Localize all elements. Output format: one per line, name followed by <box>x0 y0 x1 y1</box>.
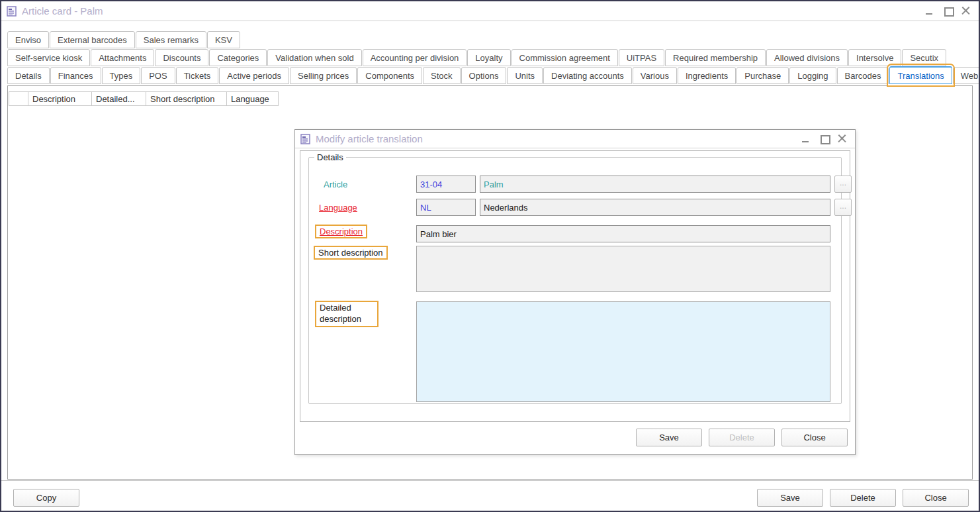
short-description-label-annotation: Short description <box>314 246 388 260</box>
detailed-description-textarea[interactable] <box>416 301 830 402</box>
tab-row-2: Self-service kioskAttachmentsDiscountsCa… <box>7 48 973 66</box>
tab-barcodes[interactable]: Barcodes <box>837 67 889 84</box>
window-title: Article card - Palm <box>22 5 103 17</box>
tab-stock[interactable]: Stock <box>423 67 461 84</box>
tab-accounting-per-division[interactable]: Accounting per division <box>363 49 467 66</box>
dialog-titlebar: Modify article translation <box>295 130 855 148</box>
tab-intersolve[interactable]: Intersolve <box>848 49 901 66</box>
column-header-description[interactable]: Description <box>28 91 92 106</box>
tab-deviating-accounts[interactable]: Deviating accounts <box>543 67 632 84</box>
main-window-controls <box>924 1 972 21</box>
article-label: Article <box>324 179 347 189</box>
translations-grid-header: DescriptionDetailed...Short descriptionL… <box>9 91 279 106</box>
footer-divider <box>1 480 979 481</box>
document-icon <box>7 6 17 17</box>
article-browse-button[interactable]: ... <box>834 176 852 193</box>
tab-tickets[interactable]: Tickets <box>176 67 219 84</box>
footer-button-save[interactable]: Save <box>757 489 823 507</box>
dialog-button-delete: Delete <box>709 429 775 446</box>
maximize-icon[interactable] <box>943 6 954 17</box>
tab-secutix[interactable]: Secutix <box>902 49 946 66</box>
maximize-icon[interactable] <box>819 134 830 144</box>
tab-enviso[interactable]: Enviso <box>7 31 49 48</box>
tab-web[interactable]: Web <box>953 67 980 84</box>
dialog-window-controls <box>801 130 848 148</box>
tab-external-barcodes[interactable]: External barcodes <box>50 31 135 48</box>
column-header-detailed[interactable]: Detailed... <box>92 91 146 106</box>
tab-purchase[interactable]: Purchase <box>736 67 789 84</box>
tab-uitpas[interactable]: UiTPAS <box>619 49 664 66</box>
description-label[interactable]: Description <box>315 225 367 238</box>
close-icon[interactable] <box>961 6 972 17</box>
dialog-button-save[interactable]: Save <box>636 429 702 446</box>
copy-button[interactable]: Copy <box>13 489 79 507</box>
tab-options[interactable]: Options <box>461 67 507 84</box>
tab-discounts[interactable]: Discounts <box>155 49 208 66</box>
tab-translations[interactable]: Translations <box>889 66 952 84</box>
tab-pos[interactable]: POS <box>141 67 175 84</box>
tab-allowed-divisions[interactable]: Allowed divisions <box>766 49 848 66</box>
minimize-icon[interactable] <box>924 6 935 17</box>
document-icon <box>300 134 311 144</box>
close-icon[interactable] <box>838 134 848 144</box>
language-code-field[interactable]: NL <box>416 199 476 216</box>
description-label-annotation: Description <box>315 225 367 238</box>
details-group-label: Details <box>314 152 346 162</box>
tab-units[interactable]: Units <box>507 67 543 84</box>
tab-ingredients[interactable]: Ingredients <box>678 67 736 84</box>
column-header-blank[interactable] <box>9 91 28 106</box>
tab-selling-prices[interactable]: Selling prices <box>290 67 357 84</box>
minimize-icon[interactable] <box>801 134 811 144</box>
dialog-button-bar: SaveDeleteClose <box>636 429 848 446</box>
dialog-content-panel: Details Article 31-04 Palm ... Language … <box>300 150 850 422</box>
detailed-description-label-annotation: Detailed description <box>315 301 379 327</box>
tab-types[interactable]: Types <box>102 67 141 84</box>
tab-components[interactable]: Components <box>357 67 422 84</box>
tab-finances[interactable]: Finances <box>50 67 101 84</box>
tab-details[interactable]: Details <box>7 67 50 84</box>
tab-loyalty[interactable]: Loyalty <box>467 49 510 66</box>
language-browse-button[interactable]: ... <box>834 199 852 216</box>
dialog-title: Modify article translation <box>316 133 423 144</box>
tab-categories[interactable]: Categories <box>209 49 267 66</box>
language-value-field[interactable]: Nederlands <box>480 199 830 216</box>
article-value-field[interactable]: Palm <box>480 176 830 193</box>
short-description-textarea[interactable] <box>416 246 830 292</box>
tab-logging[interactable]: Logging <box>789 67 836 84</box>
footer-button-delete[interactable]: Delete <box>830 489 896 507</box>
column-header-language[interactable]: Language <box>227 91 279 106</box>
tab-required-membership[interactable]: Required membership <box>665 49 766 66</box>
column-header-short-description[interactable]: Short description <box>146 91 227 106</box>
tab-commission-agreement[interactable]: Commission agreement <box>512 49 618 66</box>
tab-row-1: EnvisoExternal barcodesSales remarksKSV <box>7 30 973 48</box>
short-description-label: Short description <box>314 246 388 260</box>
detailed-description-label: Detailed description <box>315 301 379 327</box>
article-code-field[interactable]: 31-04 <box>416 176 476 193</box>
details-groupbox: Details Article 31-04 Palm ... Language … <box>308 157 842 404</box>
footer-button-bar: SaveDeleteClose <box>757 489 969 507</box>
tab-active-periods[interactable]: Active periods <box>219 67 289 84</box>
article-card-window: Article card - Palm EnvisoExternal barco… <box>0 0 980 512</box>
dialog-button-close[interactable]: Close <box>781 429 848 446</box>
tab-validation-when-sold[interactable]: Validation when sold <box>267 49 361 66</box>
tab-row-3: DetailsFinancesTypesPOSTicketsActive per… <box>7 66 973 84</box>
tab-self-service-kiosk[interactable]: Self-service kiosk <box>7 49 90 66</box>
tab-various[interactable]: Various <box>633 67 677 84</box>
language-label[interactable]: Language <box>319 203 357 213</box>
main-titlebar: Article card - Palm <box>1 1 979 21</box>
footer-button-close[interactable]: Close <box>903 489 969 507</box>
tab-attachments[interactable]: Attachments <box>91 49 154 66</box>
description-field[interactable]: Palm bier <box>416 225 830 242</box>
modify-article-translation-dialog: Modify article translation Details Artic… <box>294 129 856 455</box>
tab-ksv[interactable]: KSV <box>207 31 240 48</box>
tab-sales-remarks[interactable]: Sales remarks <box>136 31 206 48</box>
